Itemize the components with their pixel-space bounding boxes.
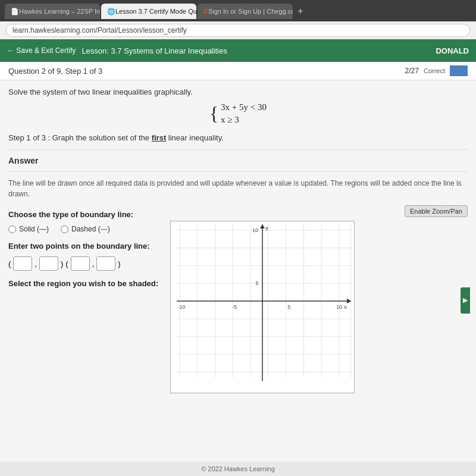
zoom-pan-button[interactable]: Enable Zoom/Pan [405, 205, 468, 217]
save-exit-button[interactable]: ← Save & Exit Certify [7, 46, 76, 55]
dashed-label: Dashed (---) [71, 225, 110, 233]
divider-2 [8, 171, 468, 172]
dashed-radio[interactable] [61, 226, 68, 233]
question-label: Question 2 of 9, Step 1 of 3 [8, 67, 102, 76]
main-content: Question 2 of 9, Step 1 of 3 2/27 Correc… [0, 62, 476, 462]
y-label-5: 5 [256, 280, 259, 286]
tab-chegg[interactable]: C Sign In or Sign Up | Chegg.com ✕ [198, 4, 293, 19]
tab-hawkes[interactable]: 📄 Hawkes Learning – 22SP Inter... ✕ [5, 4, 100, 19]
progress-section: 2/27 Correct [405, 65, 468, 76]
user-name: DONALD [436, 46, 469, 55]
x-label-neg10: -10 [177, 304, 185, 310]
y-axis-label: y [265, 224, 268, 231]
address-input[interactable] [6, 24, 470, 37]
y-label-10: 10 [252, 227, 258, 233]
answer-label: Answer [8, 156, 468, 165]
tab-label-3: Sign In or Sign Up | Chegg.com [208, 8, 293, 15]
point2-y[interactable] [96, 256, 115, 271]
region-label: Select the region you wish to be shaded: [8, 279, 163, 288]
point1-x[interactable] [13, 256, 32, 271]
equation-block: { 3x + 5y < 30 x ≥ 3 [8, 102, 468, 125]
step-prefix: Step 1 of 3 : Graph the solution set of … [8, 133, 152, 142]
browser-chrome: 📄 Hawkes Learning – 22SP Inter... ✕ 🌐 Le… [0, 0, 476, 21]
problem-statement: Solve the system of two linear inequalit… [8, 87, 468, 96]
graph-area: Enable Zoom/Pan [170, 205, 468, 395]
tab-icon-2: 🌐 [107, 8, 115, 15]
equations: 3x + 5y < 30 x ≥ 3 [221, 102, 267, 125]
content-body: Solve the system of two linear inequalit… [0, 80, 476, 402]
x-label-5: 5 [287, 304, 290, 310]
point2-x[interactable] [71, 256, 90, 271]
graph-canvas: x y -10 -5 5 10 10 5 [170, 221, 355, 393]
tab-label: Hawkes Learning – 22SP Inter... [19, 8, 100, 15]
radio-group-boundary: Solid (—) Dashed (---) [8, 225, 163, 233]
tab-lesson[interactable]: 🌐 Lesson 3.7 Certify Mode Ques... ✕ [101, 4, 196, 19]
footer: © 2022 Hawkes Learning [0, 462, 476, 476]
solid-option[interactable]: Solid (—) [8, 225, 49, 233]
dashed-option[interactable]: Dashed (---) [61, 225, 110, 233]
comma-1: , [35, 259, 37, 268]
progress-indicator [450, 65, 468, 76]
step-instruction: Step 1 of 3 : Graph the solution set of … [8, 133, 468, 142]
x-label-10: 10 [336, 304, 342, 310]
step-bold: first [152, 133, 167, 142]
brace-symbol: { [209, 103, 218, 124]
equation-1: 3x + 5y < 30 [221, 102, 267, 112]
close-paren-1: ) [61, 259, 63, 268]
tabs-row: 📄 Hawkes Learning – 22SP Inter... ✕ 🌐 Le… [5, 4, 471, 19]
correct-label: Correct [424, 67, 445, 74]
solid-radio[interactable] [8, 226, 16, 233]
address-bar [0, 21, 476, 39]
progress-fraction: 2/27 [405, 67, 419, 75]
separator: ( [65, 259, 68, 268]
question-bar: Question 2 of 9, Step 1 of 3 2/27 Correc… [0, 62, 476, 80]
controls-panel: Choose the type of boundary line: Solid … [8, 205, 163, 395]
footer-text: © 2022 Hawkes Learning [201, 465, 275, 472]
side-nav-button[interactable]: ▶ [461, 287, 470, 314]
tab-icon-3: C [203, 8, 208, 15]
x-axis-label: x [344, 303, 347, 310]
lesson-title: Lesson: 3.7 Systems of Linear Inequaliti… [82, 46, 227, 55]
info-text: The line will be drawn once all required… [8, 178, 468, 199]
point1-y[interactable] [39, 256, 58, 271]
comma-2: , [92, 259, 95, 268]
step-suffix: linear inequality. [166, 133, 224, 142]
tab-icon: 📄 [11, 8, 19, 15]
answer-area: Choose the type of boundary line: Solid … [8, 205, 468, 395]
x-axis-arrow [347, 299, 351, 303]
close-paren-2: ) [118, 259, 120, 268]
divider-1 [8, 149, 468, 150]
boundary-line-label: Choose the type of boundary line: [8, 210, 163, 219]
points-inputs: ( , ) ( , ) [8, 256, 163, 271]
points-label: Enter two points on the boundary line: [8, 242, 163, 250]
open-paren-1: ( [8, 259, 11, 268]
y-axis-arrow [260, 224, 265, 228]
app-header: ← Save & Exit Certify Lesson: 3.7 System… [0, 39, 476, 62]
equation-2: x ≥ 3 [221, 115, 267, 125]
x-label-neg5: -5 [232, 304, 237, 310]
solid-label: Solid (—) [19, 225, 49, 233]
tab-label-2: Lesson 3.7 Certify Mode Ques... [115, 8, 196, 15]
new-tab-button[interactable]: + [294, 4, 306, 19]
